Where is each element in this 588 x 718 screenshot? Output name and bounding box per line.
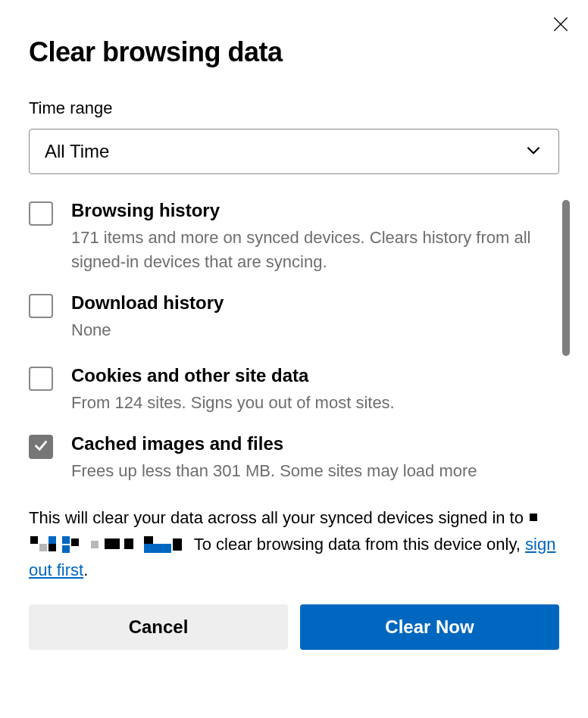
checkbox-download-history[interactable] xyxy=(29,294,53,318)
footer-text: This will clear your data across all you… xyxy=(29,505,559,582)
time-range-select[interactable]: All Time xyxy=(29,129,559,174)
time-range-value: All Time xyxy=(45,141,109,162)
button-row: Cancel Clear Now xyxy=(29,604,559,650)
option-desc: From 124 sites. Signs you out of most si… xyxy=(71,391,544,415)
option-browsing-history: Browsing history 171 items and more on s… xyxy=(29,200,544,274)
svg-rect-1 xyxy=(30,536,38,544)
clear-now-button[interactable]: Clear Now xyxy=(300,604,559,650)
option-cached: Cached images and files Frees up less th… xyxy=(29,433,544,483)
checkbox-cookies[interactable] xyxy=(29,367,53,391)
option-desc: 171 items and more on synced devices. Cl… xyxy=(71,226,544,274)
checkbox-cached[interactable] xyxy=(29,435,53,459)
option-download-history: Download history None xyxy=(29,292,544,342)
dialog-title: Clear browsing data xyxy=(29,36,559,68)
checkbox-browsing-history[interactable] xyxy=(29,201,53,226)
scrollbar-thumb[interactable] xyxy=(562,200,570,356)
redacted-segment xyxy=(144,535,188,551)
option-desc: Frees up less than 301 MB. Some sites ma… xyxy=(71,459,544,483)
redacted-segment xyxy=(30,535,85,551)
footer-prefix: This will clear your data across all you… xyxy=(29,508,528,527)
svg-rect-6 xyxy=(62,545,70,553)
redacted-segment xyxy=(105,535,141,551)
svg-rect-7 xyxy=(71,538,79,546)
svg-rect-2 xyxy=(39,544,47,551)
svg-rect-9 xyxy=(105,538,120,549)
chevron-down-icon xyxy=(524,140,543,163)
svg-rect-12 xyxy=(144,544,171,553)
redacted-segment xyxy=(530,508,543,525)
cancel-button[interactable]: Cancel xyxy=(29,604,288,650)
svg-rect-8 xyxy=(91,541,99,548)
svg-rect-0 xyxy=(530,514,537,521)
svg-rect-11 xyxy=(144,536,153,544)
svg-rect-4 xyxy=(48,544,56,551)
svg-rect-3 xyxy=(48,536,56,544)
option-title: Cached images and files xyxy=(71,433,544,454)
option-title: Browsing history xyxy=(71,200,544,221)
close-icon xyxy=(551,14,571,37)
time-range-label: Time range xyxy=(29,98,559,118)
option-title: Cookies and other site data xyxy=(71,365,544,386)
option-desc: None xyxy=(71,318,544,342)
check-icon xyxy=(33,437,49,457)
svg-rect-10 xyxy=(124,538,133,549)
redacted-segment xyxy=(88,535,102,551)
close-button[interactable] xyxy=(549,14,573,38)
options-list: Browsing history 171 items and more on s… xyxy=(29,200,559,482)
option-cookies: Cookies and other site data From 124 sit… xyxy=(29,365,544,415)
svg-rect-5 xyxy=(62,536,70,544)
footer-period: . xyxy=(83,560,88,579)
option-title: Download history xyxy=(71,292,544,314)
footer-after: To clear browsing data from this device … xyxy=(189,535,525,554)
svg-rect-13 xyxy=(173,538,182,551)
